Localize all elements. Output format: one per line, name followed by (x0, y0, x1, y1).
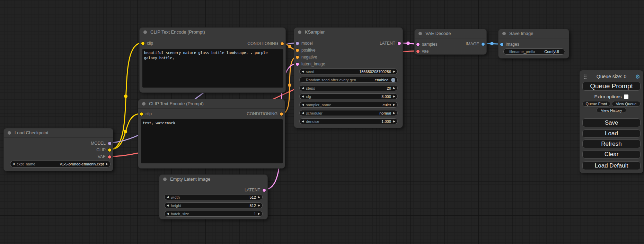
save-button[interactable]: Save (582, 118, 641, 127)
input-port-positive[interactable]: positive (296, 48, 316, 52)
collapse-dot[interactable] (8, 131, 11, 135)
decrement-icon[interactable]: ◀ (167, 204, 169, 207)
output-port-conditioning[interactable]: CONDITIONING (247, 42, 284, 45)
increment-icon[interactable]: ▶ (393, 70, 395, 73)
conditioning-port-dot[interactable] (281, 42, 284, 45)
widget-label: seed (306, 70, 314, 74)
widget-label: scheduler (306, 111, 323, 115)
toggle-dot[interactable] (391, 78, 395, 82)
node-ksampler[interactable]: KSampler model positive negative latent_… (294, 27, 403, 128)
input-port-samples[interactable]: samples (416, 43, 438, 46)
input-port-model[interactable]: model (296, 42, 313, 45)
increment-icon[interactable]: ▶ (258, 213, 260, 215)
image-port-dot[interactable] (482, 43, 485, 46)
decrement-icon[interactable]: ◀ (167, 196, 169, 199)
output-port-conditioning[interactable]: CONDITIONING (247, 112, 283, 116)
decrement-icon[interactable]: ◀ (302, 87, 304, 90)
refresh-button[interactable]: Refresh (582, 139, 641, 148)
increment-icon[interactable]: ▶ (393, 112, 395, 115)
port-label: model (301, 41, 313, 46)
comfy-menu-panel[interactable]: Queue size: 0 ⚙ Queue Prompt Extra optio… (580, 70, 643, 173)
load-button[interactable]: Load (582, 129, 641, 138)
positive-prompt-textarea[interactable]: beautiful scenery nature glass bottle la… (142, 49, 283, 88)
model-port-dot[interactable] (296, 42, 299, 45)
increment-icon[interactable]: ▶ (393, 95, 395, 98)
collapse-dot[interactable] (418, 32, 422, 35)
clip-port-dot[interactable] (108, 148, 111, 152)
decrement-icon[interactable]: ◀ (302, 95, 304, 98)
input-port-latent-image[interactable]: latent_image (296, 62, 325, 66)
clip-port-dot[interactable] (140, 112, 143, 116)
batch-size-widget[interactable]: ◀ batch_size 1 ▶ (164, 211, 263, 217)
output-port-model[interactable]: MODEL (91, 142, 111, 145)
node-clip-text-encode-negative[interactable]: CLIP Text Encode (Prompt) clip CONDITION… (138, 99, 285, 169)
latent-port-dot[interactable] (398, 42, 401, 45)
collapse-dot[interactable] (163, 178, 167, 181)
negative-prompt-textarea[interactable]: text, watermark (141, 119, 283, 163)
cfg-widget[interactable]: ◀ cfg 8.000 ▶ (299, 93, 398, 99)
input-port-vae[interactable]: vae (416, 49, 429, 53)
vae-port-dot[interactable] (416, 50, 420, 53)
conditioning-port-dot[interactable] (296, 56, 299, 59)
increment-icon[interactable]: ▶ (106, 163, 108, 165)
queue-prompt-button[interactable]: Queue Prompt (582, 82, 641, 91)
width-widget[interactable]: ◀ width 512 ▶ (164, 194, 263, 200)
latent-port-dot[interactable] (296, 63, 299, 66)
collapse-dot[interactable] (298, 30, 301, 34)
port-label: MODEL (91, 141, 106, 146)
queue-front-button[interactable]: Queue Front (582, 101, 610, 107)
output-port-latent[interactable]: LATENT (245, 188, 266, 192)
filename-prefix-widget[interactable]: filename_prefix ComfyUI (503, 48, 565, 55)
collapse-dot[interactable] (143, 30, 147, 34)
graph-canvas[interactable]: { "colors": { "model": "#B39DDB", "clip"… (0, 0, 644, 244)
denoise-widget[interactable]: ◀ denoise 1.000 ▶ (299, 118, 398, 124)
vae-port-dot[interactable] (108, 155, 111, 159)
decrement-icon[interactable]: ◀ (302, 103, 304, 106)
seed-widget[interactable]: ◀ seed 156680208700286 ▶ (299, 69, 398, 74)
input-port-clip[interactable]: clip (141, 42, 153, 45)
input-port-clip[interactable]: clip (140, 112, 152, 116)
node-clip-text-encode-positive[interactable]: CLIP Text Encode (Prompt) clip CONDITION… (139, 27, 286, 93)
output-port-latent[interactable]: LATENT (380, 42, 401, 45)
gear-icon[interactable]: ⚙ (635, 73, 640, 81)
clip-port-dot[interactable] (141, 42, 144, 45)
clear-button[interactable]: Clear (582, 150, 641, 159)
view-history-button[interactable]: View History (597, 108, 626, 113)
input-port-images[interactable]: images (500, 43, 519, 46)
decrement-icon[interactable]: ◀ (302, 120, 304, 123)
node-empty-latent-image[interactable]: Empty Latent Image LATENT ◀ width 512 ▶ … (159, 174, 268, 219)
node-vae-decode[interactable]: VAE Decode samples vae IMAGE (414, 29, 487, 55)
decrement-icon[interactable]: ◀ (167, 213, 169, 215)
sampler-name-widget[interactable]: ◀ sampler_name euler ▶ (299, 102, 398, 108)
steps-widget[interactable]: ◀ steps 20 ▶ (299, 85, 398, 91)
height-widget[interactable]: ◀ height 512 ▶ (164, 202, 263, 208)
ckpt-name-widget[interactable]: ◀ ckpt_name v1-5-pruned-emaonly.ckpt ▶ (10, 161, 111, 168)
decrement-icon[interactable]: ◀ (302, 112, 304, 115)
conditioning-port-dot[interactable] (296, 49, 299, 52)
latent-port-dot[interactable] (416, 43, 420, 46)
random-seed-toggle-widget[interactable]: Random seed after every gen enabled (299, 77, 398, 83)
output-port-clip[interactable]: CLIP (96, 148, 111, 152)
output-port-image[interactable]: IMAGE (466, 42, 485, 46)
input-port-negative[interactable]: negative (296, 55, 317, 59)
conditioning-port-dot[interactable] (280, 112, 283, 116)
output-port-vae[interactable]: VAE (98, 155, 111, 159)
collapse-dot[interactable] (142, 102, 145, 106)
node-save-image[interactable]: Save Image images filename_prefix ComfyU… (498, 29, 569, 58)
increment-icon[interactable]: ▶ (258, 204, 260, 207)
increment-icon[interactable]: ▶ (393, 103, 395, 106)
collapse-dot[interactable] (502, 32, 506, 35)
model-port-dot[interactable] (108, 142, 111, 145)
increment-icon[interactable]: ▶ (393, 120, 395, 123)
load-default-button[interactable]: Load Default (582, 161, 641, 170)
increment-icon[interactable]: ▶ (393, 87, 395, 90)
decrement-icon[interactable]: ◀ (302, 70, 304, 73)
node-load-checkpoint[interactable]: Load Checkpoint MODEL CLIP VAE ◀ ckpt_na… (3, 128, 113, 171)
increment-icon[interactable]: ▶ (258, 196, 260, 199)
extra-options-checkbox[interactable] (624, 94, 628, 99)
latent-port-dot[interactable] (263, 189, 266, 192)
decrement-icon[interactable]: ◀ (12, 163, 15, 165)
view-queue-button[interactable]: View Queue (612, 101, 641, 107)
scheduler-widget[interactable]: ◀ scheduler normal ▶ (299, 110, 398, 116)
image-port-dot[interactable] (500, 43, 503, 46)
